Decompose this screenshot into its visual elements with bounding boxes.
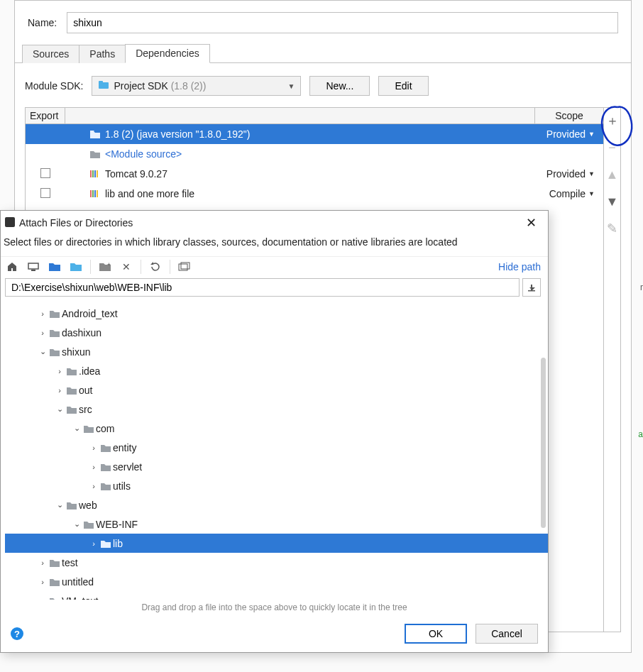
tree-item[interactable]: ›dashixun (5, 323, 548, 342)
move-up-button[interactable]: ▲ (604, 166, 621, 183)
folder-icon (66, 404, 79, 414)
desktop-icon[interactable] (26, 260, 40, 274)
tree-item-label: dashixun (62, 327, 101, 338)
tree-item[interactable]: ›Android_text (5, 304, 548, 323)
svg-rect-16 (528, 290, 535, 292)
ok-button[interactable]: OK (405, 624, 467, 644)
tree-item[interactable]: ›untitled (5, 572, 548, 591)
separator (90, 260, 91, 274)
header-export[interactable]: Export (26, 108, 65, 123)
folder-icon (49, 596, 62, 600)
folder-icon (89, 129, 101, 139)
module-sdk-label: Module SDK: (25, 80, 83, 92)
tree-twist-icon[interactable]: › (53, 367, 66, 375)
svg-rect-1 (99, 81, 103, 84)
show-hidden-icon[interactable] (177, 260, 192, 274)
refresh-icon[interactable] (148, 260, 163, 274)
tab-paths[interactable]: Paths (79, 45, 126, 63)
dep-name: Tomcat 9.0.27 (105, 168, 167, 180)
dep-scope[interactable]: Compile (549, 188, 586, 199)
tree-item-label: com (96, 423, 114, 434)
path-input[interactable] (5, 278, 520, 297)
tree-item[interactable]: ›entity (5, 438, 548, 457)
move-down-button[interactable]: ▼ (604, 193, 621, 210)
folder-icon (100, 539, 113, 549)
goto-path-button[interactable] (522, 278, 541, 297)
header-name[interactable] (65, 108, 535, 123)
tree-item[interactable]: ›.idea (5, 361, 548, 380)
svg-rect-3 (92, 170, 94, 177)
tree-item[interactable]: ⌄src (5, 400, 548, 419)
sdk-selected-text: Project SDK (1.8 (2)) (114, 80, 283, 92)
tree-item[interactable]: ⌄web (5, 495, 548, 514)
export-checkbox[interactable] (40, 168, 50, 178)
tree-item[interactable]: ⌄com (5, 419, 548, 438)
folder-icon (49, 558, 62, 568)
file-tree[interactable]: ›Android_text›dashixun⌄shixun›.idea›out⌄… (1, 301, 548, 600)
tree-twist-icon[interactable]: › (87, 444, 100, 452)
folder-icon (66, 500, 79, 510)
edit-sdk-button[interactable]: Edit (378, 76, 428, 96)
delete-icon[interactable]: ✕ (119, 260, 133, 274)
tab-dependencies[interactable]: Dependencies (125, 44, 210, 63)
tree-item[interactable]: ⌄shixun (5, 342, 548, 361)
tree-twist-icon[interactable]: › (87, 539, 100, 548)
tree-item-label: Android_text (62, 308, 118, 319)
tree-twist-icon[interactable]: ⌄ (36, 347, 49, 356)
tree-twist-icon[interactable]: › (36, 597, 49, 600)
tree-twist-icon[interactable]: ⌄ (70, 519, 83, 529)
tree-twist-icon[interactable]: ⌄ (53, 404, 66, 414)
tree-item-label: entity (113, 442, 136, 453)
library-icon (89, 189, 101, 199)
tree-twist-icon[interactable]: ⌄ (70, 424, 83, 433)
tree-twist-icon[interactable]: › (53, 386, 66, 395)
dep-row-tomcat[interactable]: Tomcat 9.0.27 Provided▼ (26, 164, 603, 184)
dep-row-module-source[interactable]: <Module source> (26, 144, 603, 164)
add-button[interactable]: ＋ (604, 112, 621, 129)
scrollbar-thumb[interactable] (541, 358, 546, 528)
close-button[interactable]: ✕ (522, 214, 541, 232)
dep-row-jdk[interactable]: 1.8 (2) (java version "1.8.0_192") Provi… (26, 124, 603, 144)
dep-scope[interactable]: Provided (546, 168, 586, 180)
export-checkbox[interactable] (40, 188, 50, 198)
tabs: Sources Paths Dependencies (15, 43, 631, 63)
dialog-footer: ? OK Cancel (1, 618, 548, 652)
dep-row-lib[interactable]: lib and one more file Compile ▼ (26, 184, 603, 204)
remove-button[interactable]: − (604, 139, 621, 156)
tree-twist-icon[interactable]: › (87, 482, 100, 490)
tree-item[interactable]: ⌄WEB-INF (5, 514, 548, 534)
name-input[interactable] (67, 12, 618, 33)
svg-rect-14 (179, 264, 187, 270)
tree-item[interactable]: ›test (5, 553, 548, 572)
new-sdk-button[interactable]: New... (309, 76, 370, 96)
tree-item[interactable]: ›utils (5, 476, 548, 495)
tree-twist-icon[interactable]: › (36, 558, 49, 567)
stray-text: ac (638, 429, 643, 439)
edit-button[interactable]: ✎ (604, 220, 621, 237)
tree-item[interactable]: ›out (5, 380, 548, 400)
tree-twist-icon[interactable]: › (87, 463, 100, 471)
module-icon[interactable] (69, 260, 83, 274)
tree-twist-icon[interactable]: › (36, 329, 49, 337)
module-sdk-select[interactable]: Project SDK (1.8 (2)) ▼ (92, 76, 301, 96)
tree-twist-icon[interactable]: › (36, 578, 49, 586)
deps-header: Export Scope (26, 108, 603, 124)
dep-scope[interactable]: Provided (546, 128, 586, 140)
header-scope[interactable]: Scope (535, 108, 603, 123)
home-icon[interactable] (5, 260, 19, 274)
cancel-button[interactable]: Cancel (476, 624, 538, 644)
tab-sources[interactable]: Sources (22, 45, 79, 63)
hide-path-link[interactable]: Hide path (498, 261, 541, 272)
tree-twist-icon[interactable]: › (36, 309, 49, 318)
tree-item-label: test (62, 557, 78, 568)
help-button[interactable]: ? (11, 627, 23, 640)
tree-item[interactable]: ›servlet (5, 457, 548, 476)
tree-twist-icon[interactable]: ⌄ (53, 500, 66, 509)
project-icon[interactable] (48, 260, 62, 274)
new-folder-icon[interactable]: + (98, 260, 112, 274)
tree-item[interactable]: ›VM_text (5, 591, 548, 600)
dep-name: lib and one more file (105, 188, 194, 199)
folder-icon (49, 328, 62, 338)
tree-item[interactable]: ›lib (5, 534, 548, 553)
attach-files-dialog: Attach Files or Directories ✕ Select fil… (0, 210, 549, 653)
